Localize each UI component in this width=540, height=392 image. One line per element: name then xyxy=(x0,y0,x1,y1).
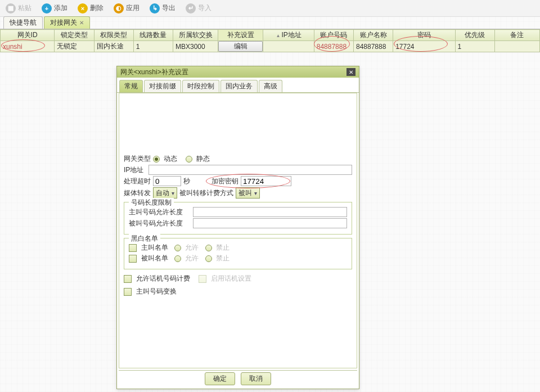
grid-header-row: 网关ID 锁定类型 权限类型 线路数量 所属软交换 补充设置 IP地址 账户号码… xyxy=(1,30,540,41)
gateway-grid: 网关ID 锁定类型 权限类型 线路数量 所属软交换 补充设置 IP地址 账户号码… xyxy=(0,29,540,52)
edit-button[interactable]: 编辑 xyxy=(218,41,263,52)
col-remark[interactable]: 备注 xyxy=(494,30,539,41)
caller-len-input[interactable] xyxy=(193,207,347,217)
table-row[interactable]: xunshi 无锁定 国内长途 1 MBX3000 编辑 84887888 84… xyxy=(1,41,540,52)
enable-phone-cfg-label: 启用话机设置 xyxy=(211,274,251,283)
paste-icon: ▦ xyxy=(6,3,16,13)
paste-label: 粘贴 xyxy=(18,3,32,13)
apply-button[interactable]: ◐ 应用 xyxy=(114,3,140,13)
import-icon: ↵ xyxy=(186,3,196,13)
import-button[interactable]: ↵ 导入 xyxy=(186,3,212,13)
tab-domestic[interactable]: 国内业务 xyxy=(220,80,258,92)
dialog-footer: 确定 取消 xyxy=(119,370,357,387)
cell-gateway-id[interactable]: xunshi xyxy=(1,41,55,52)
col-perm-type[interactable]: 权限类型 xyxy=(94,30,133,41)
caller-list-label: 主叫名单 xyxy=(141,243,168,253)
allow-phone-billing-label: 允许话机号码计费 xyxy=(136,274,190,283)
tab-general[interactable]: 常规 xyxy=(119,80,143,92)
col-acct-num[interactable]: 账户号码 xyxy=(314,30,353,41)
row-timeout-key: 处理超时 秒 加密密钥 xyxy=(124,176,352,186)
cancel-button[interactable]: 取消 xyxy=(241,372,271,385)
row-gateway-type: 网关类型 动态 静态 xyxy=(124,154,352,164)
close-icon[interactable]: ✕ xyxy=(79,20,84,26)
cell-remark[interactable] xyxy=(494,41,539,52)
add-label: 添加 xyxy=(54,3,68,13)
cell-acct-num[interactable]: 84887888 xyxy=(314,41,353,52)
caller-allow-radio[interactable] xyxy=(174,245,181,251)
cell-extra: 编辑 xyxy=(218,41,263,52)
fieldset-length-limit: 号码长度限制 主叫号码允许长度 被叫号码允许长度 xyxy=(124,202,352,235)
tab-advanced[interactable]: 高级 xyxy=(259,80,282,92)
col-gateway-id[interactable]: 网关ID xyxy=(1,30,55,41)
cell-password[interactable]: 17724 xyxy=(393,41,455,52)
key-input[interactable] xyxy=(241,176,291,186)
callee-list-label: 被叫名单 xyxy=(141,254,168,263)
ok-button[interactable]: 确定 xyxy=(205,372,235,385)
media-relay-select[interactable]: 自动 xyxy=(153,187,177,199)
radio-dynamic[interactable] xyxy=(153,156,160,163)
export-label: 导出 xyxy=(162,3,176,13)
transfer-bill-value: 被叫 xyxy=(238,188,252,198)
add-button[interactable]: + 添加 xyxy=(42,3,68,13)
col-softswitch[interactable]: 所属软交换 xyxy=(173,30,218,41)
cell-softswitch[interactable]: MBX3000 xyxy=(173,41,218,52)
radio-static[interactable] xyxy=(186,156,192,163)
col-password[interactable]: 密码 xyxy=(393,30,455,41)
export-icon: ↳ xyxy=(150,3,160,13)
paste-button[interactable]: ▦ 粘贴 xyxy=(6,3,32,13)
dialog-titlebar[interactable]: 网关<xunshi>补充设置 ✕ xyxy=(117,66,359,78)
transfer-bill-label: 被叫转移计费方式 xyxy=(179,188,233,198)
col-lock-type[interactable]: 锁定类型 xyxy=(55,30,94,41)
caller-list-check[interactable] xyxy=(129,244,137,252)
col-ip[interactable]: IP地址 xyxy=(263,30,314,41)
cell-lock-type[interactable]: 无锁定 xyxy=(55,41,94,52)
fieldset-blackwhite: 黑白名单 主叫名单 允许 禁止 被叫名单 允许 禁止 xyxy=(124,238,352,269)
row-ip: IP地址 xyxy=(124,165,352,175)
cell-acct-name[interactable]: 84887888 xyxy=(353,41,393,52)
add-icon: + xyxy=(42,3,52,13)
timeout-unit: 秒 xyxy=(183,177,190,186)
tab-gateway[interactable]: 对接网关 ✕ xyxy=(44,16,90,29)
ip-input[interactable] xyxy=(148,165,352,175)
key-label: 加密密钥 xyxy=(212,177,238,186)
callee-allow-radio[interactable] xyxy=(174,255,181,262)
tab-gateway-label: 对接网关 xyxy=(50,18,77,28)
caller-deny-label: 禁止 xyxy=(216,243,230,253)
callee-len-input[interactable] xyxy=(193,218,347,228)
transfer-bill-select[interactable]: 被叫 xyxy=(236,187,260,199)
cell-priority[interactable]: 1 xyxy=(455,41,494,52)
radio-dynamic-label: 动态 xyxy=(164,154,177,164)
tab-quick-nav-label: 快捷导航 xyxy=(10,18,37,28)
delete-icon: × xyxy=(78,3,88,13)
col-extra[interactable]: 补充设置 xyxy=(218,30,263,41)
callee-deny-radio[interactable] xyxy=(205,255,212,262)
dialog-tabs: 常规 对接前缀 时段控制 国内业务 高级 xyxy=(117,78,359,93)
enable-phone-cfg-check[interactable] xyxy=(199,275,206,283)
col-line-count[interactable]: 线路数量 xyxy=(133,30,173,41)
col-priority[interactable]: 优先级 xyxy=(455,30,494,41)
tab-period[interactable]: 时段控制 xyxy=(182,80,219,92)
tab-quick-nav[interactable]: 快捷导航 xyxy=(3,16,43,29)
timeout-input[interactable] xyxy=(153,176,181,186)
cell-ip[interactable] xyxy=(263,41,314,52)
callee-list-check[interactable] xyxy=(129,255,137,263)
cell-perm-type[interactable]: 国内长途 xyxy=(94,41,133,52)
delete-label: 删除 xyxy=(90,3,104,13)
callee-allow-label: 允许 xyxy=(185,254,199,263)
caller-allow-label: 允许 xyxy=(185,243,199,253)
callee-len-label: 被叫号码允许长度 xyxy=(129,219,191,228)
tab-prefix[interactable]: 对接前缀 xyxy=(144,80,181,92)
timeout-label: 处理超时 xyxy=(124,177,151,186)
export-button[interactable]: ↳ 导出 xyxy=(150,3,176,13)
cell-line-count[interactable]: 1 xyxy=(133,41,173,52)
main-toolbar: ▦ 粘贴 + 添加 × 删除 ◐ 应用 ↳ 导出 ↵ 导入 xyxy=(0,0,540,17)
delete-button[interactable]: × 删除 xyxy=(78,3,104,13)
dialog-close-button[interactable]: ✕ xyxy=(346,68,356,76)
callee-deny-label: 禁止 xyxy=(216,254,230,263)
allow-phone-billing-check[interactable] xyxy=(124,275,132,283)
media-relay-value: 自动 xyxy=(156,188,169,198)
row-media-transfer: 媒体转发 自动 被叫转移计费方式 被叫 xyxy=(124,187,352,199)
col-acct-name[interactable]: 账户名称 xyxy=(353,30,393,41)
caller-transform-check[interactable] xyxy=(124,288,132,296)
caller-deny-radio[interactable] xyxy=(205,245,212,251)
